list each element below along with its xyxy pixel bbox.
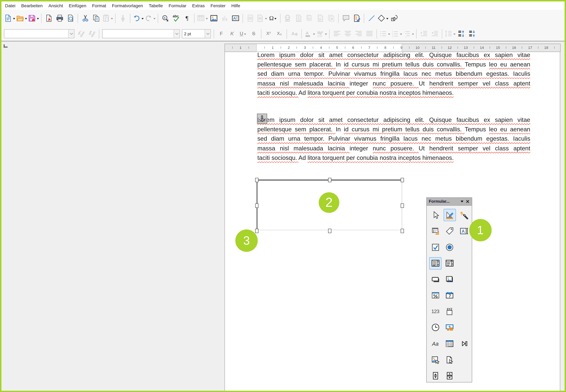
update-style-button[interactable]: A — [76, 28, 86, 39]
move-paragraph-down-button[interactable] — [467, 28, 477, 39]
dropdown-arrow-icon[interactable] — [142, 18, 144, 21]
tab-stop-selector-icon[interactable] — [4, 44, 8, 48]
insert-special-character-button[interactable]: Ω — [268, 13, 278, 24]
table-control-button[interactable] — [443, 337, 456, 350]
line-spacing-button[interactable] — [444, 28, 456, 39]
formatting-marks-button[interactable]: ¶ — [182, 13, 192, 24]
resize-handle-bottom-right[interactable] — [401, 228, 404, 233]
print-button[interactable] — [55, 13, 65, 24]
font-size-combo-dropdown-icon[interactable] — [205, 30, 211, 38]
resize-handle-top-left[interactable] — [255, 178, 259, 182]
insert-line-button[interactable] — [366, 13, 377, 24]
image-button-button[interactable] — [443, 273, 456, 286]
menu-fenster[interactable]: Fenster — [208, 1, 229, 10]
form-design-button[interactable] — [429, 225, 441, 237]
resize-handle-middle-right[interactable] — [401, 203, 404, 208]
menu-einfügen[interactable]: Einfügen — [66, 1, 89, 10]
text-box-button[interactable]: A — [458, 225, 470, 237]
dropdown-arrow-icon[interactable] — [153, 18, 156, 21]
numerical-field-button[interactable]: 123 — [429, 305, 441, 318]
object-anchor-icon[interactable] — [257, 113, 267, 124]
open-button[interactable] — [16, 13, 27, 24]
insert-bookmark-button[interactable] — [315, 13, 325, 24]
font-name-combo-dropdown-icon[interactable] — [174, 30, 179, 38]
highlight-color-button[interactable]: ab — [316, 28, 327, 39]
save-button[interactable] — [28, 13, 39, 24]
dropdown-arrow-icon[interactable] — [25, 18, 27, 21]
dropdown-arrow-icon[interactable] — [244, 34, 246, 36]
group-box-button[interactable]: Aa — [429, 337, 441, 350]
font-size-combo[interactable]: 2 pt — [182, 29, 211, 38]
dropdown-arrow-icon[interactable] — [388, 34, 390, 36]
dropdown-arrow-icon[interactable] — [400, 34, 402, 36]
align-center-button[interactable] — [343, 28, 353, 39]
list-box-button[interactable] — [429, 257, 441, 269]
dropdown-arrow-icon[interactable] — [275, 18, 277, 21]
bold-button[interactable]: F — [216, 28, 226, 39]
undo-button[interactable] — [132, 13, 144, 24]
document-page[interactable]: Lorem ipsum dolor sit amet consectetur a… — [224, 52, 560, 391]
design-mode-button[interactable] — [443, 209, 456, 221]
clear-formatting-button[interactable]: A — [289, 28, 299, 39]
spin-button-button[interactable] — [429, 370, 441, 382]
push-button-button[interactable] — [429, 273, 441, 286]
insert-footnote-button[interactable]: 1 — [293, 13, 304, 24]
dropdown-arrow-icon[interactable] — [453, 34, 456, 36]
panel-dropdown-icon[interactable] — [460, 201, 463, 204]
paragraph-style-combo-dropdown-icon[interactable] — [68, 30, 74, 38]
dropdown-arrow-icon[interactable] — [412, 34, 414, 36]
dropdown-arrow-icon[interactable] — [313, 34, 315, 36]
superscript-button[interactable]: X² — [263, 28, 274, 39]
dropdown-arrow-icon[interactable] — [111, 18, 113, 21]
resize-handle-middle-left[interactable] — [255, 203, 259, 208]
italic-button[interactable]: K — [227, 28, 237, 39]
combo-box-button[interactable] — [443, 257, 456, 269]
redo-button[interactable] — [144, 13, 156, 24]
copy-button[interactable] — [91, 13, 101, 24]
align-right-button[interactable] — [353, 28, 363, 39]
outline-list-button[interactable]: 1 — [403, 28, 414, 39]
panel-close-icon[interactable] — [465, 199, 469, 203]
paragraph[interactable]: Lorem ipsum dolor sit amet consectetur a… — [257, 52, 530, 98]
new-document-button[interactable] — [4, 13, 15, 24]
dropdown-arrow-icon[interactable] — [13, 18, 15, 21]
menu-tabelle[interactable]: Tabelle — [146, 1, 166, 10]
time-field-button[interactable] — [429, 322, 441, 334]
insert-page-break-button[interactable] — [245, 13, 255, 24]
pattern-field-button[interactable]: XYZ — [443, 305, 456, 318]
option-button-button[interactable] — [443, 241, 456, 253]
check-box-button[interactable] — [429, 241, 441, 253]
file-selection-button[interactable] — [443, 354, 456, 366]
paragraph[interactable]: Lorem ipsum dolor sit amet consectetur a… — [257, 115, 530, 163]
image-control-button[interactable] — [429, 354, 441, 366]
move-paragraph-up-button[interactable] — [456, 28, 466, 39]
track-changes-button[interactable] — [351, 13, 362, 24]
clone-formatting-button[interactable] — [118, 13, 128, 24]
increase-indent-button[interactable] — [419, 28, 429, 39]
print-preview-button[interactable] — [65, 13, 75, 24]
ordered-list-button[interactable]: 123 — [391, 28, 402, 39]
subscript-button[interactable]: X₂ — [274, 28, 284, 39]
insert-table-button[interactable] — [197, 13, 208, 24]
dropdown-arrow-icon[interactable] — [325, 34, 327, 36]
resize-handle-top-right[interactable] — [401, 178, 404, 182]
resize-handle-bottom-center[interactable] — [328, 228, 331, 233]
control-wizards-button[interactable] — [458, 209, 470, 221]
insert-endnote-button[interactable]: (i) — [304, 13, 314, 24]
insert-image-button[interactable] — [209, 13, 219, 24]
menu-formular[interactable]: Formular — [166, 1, 189, 10]
resize-handle-top-center[interactable] — [328, 178, 331, 182]
show-draw-functions-button[interactable] — [389, 13, 399, 24]
unordered-list-button[interactable] — [379, 28, 390, 39]
font-color-button[interactable]: A — [304, 28, 315, 39]
spelling-button[interactable]: abc — [171, 13, 181, 24]
formatted-field-button[interactable] — [429, 289, 441, 302]
menu-extras[interactable]: Extras — [189, 1, 208, 10]
form-panel-titlebar[interactable]: Formular... — [427, 197, 472, 205]
menu-bearbeiten[interactable]: Bearbeiten — [18, 1, 45, 10]
find-and-replace-button[interactable]: ad — [160, 13, 170, 24]
select-button[interactable] — [429, 209, 441, 221]
dropdown-arrow-icon[interactable] — [265, 18, 267, 21]
insert-comment-button[interactable] — [341, 13, 351, 24]
currency-field-button[interactable] — [443, 322, 456, 334]
